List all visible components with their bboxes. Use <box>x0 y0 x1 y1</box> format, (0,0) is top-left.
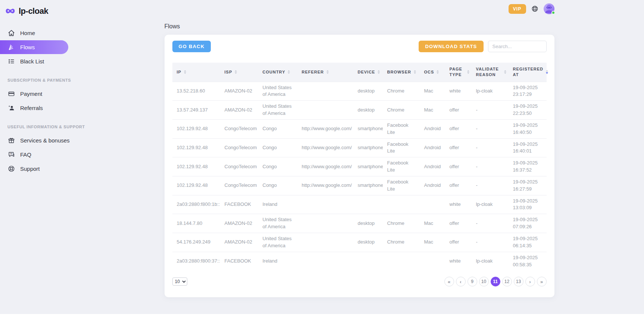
table-cell: United States of America <box>258 82 297 101</box>
pagination-page-11[interactable]: 11 <box>491 277 500 286</box>
pagination-page-13[interactable]: 13 <box>514 277 523 286</box>
sidebar-section-subscription-payments: SUBSCRIPTION & PAYMENTS <box>0 78 75 82</box>
table-cell: lp-cloak <box>472 252 509 270</box>
sidebar-item-flows[interactable]: Flows <box>0 40 68 54</box>
sidebar-item-label: Payment <box>20 91 42 97</box>
sidebar-item-payment[interactable]: Payment <box>0 87 75 101</box>
credit-card-icon <box>7 90 15 98</box>
table-cell: Android <box>420 119 445 138</box>
flows-table: IPISPCOUNTRYREFERERDEVICEBROWSEROCSPAGE … <box>172 63 547 270</box>
table-cell: smartphone <box>353 138 383 157</box>
sort-icon[interactable] <box>546 70 548 74</box>
table-cell <box>420 195 445 214</box>
pagination-prev-button[interactable]: ‹ <box>456 277 466 286</box>
column-header-referer[interactable]: REFERER <box>297 63 353 82</box>
table-cell: 19-09-2025 22:23:50 <box>509 101 547 120</box>
table-cell: smartphone <box>353 119 383 138</box>
vip-button[interactable]: VIP <box>509 4 526 14</box>
table-cell: 2a03:2880:f800:1b:: <box>172 195 220 214</box>
sort-icon[interactable] <box>437 70 439 74</box>
table-cell: 19-09-2025 16:40:50 <box>509 119 547 138</box>
table-cell: CongoTelecom <box>220 157 258 176</box>
table-cell: white <box>445 82 472 101</box>
go-back-button[interactable]: GO BACK <box>172 41 211 52</box>
column-label: REFERER <box>302 69 324 75</box>
table-cell: United States of America <box>258 101 297 120</box>
pagination-first-button[interactable]: « <box>444 277 454 286</box>
table-cell: 102.129.92.48 <box>172 157 220 176</box>
table-cell: white <box>445 195 472 214</box>
table-row: 13.52.218.60AMAZON-02United States of Am… <box>172 82 547 101</box>
sidebar-section-useful-info: USEFUL INFORMATION & SUPPORT <box>0 125 75 129</box>
brand-logo[interactable]: lp-cloak <box>0 4 75 18</box>
column-label: VALIDATE REASON <box>476 66 501 78</box>
table-cell: offer <box>445 119 472 138</box>
sidebar-item-label: Services & bonuses <box>20 137 70 144</box>
table-cell: offer <box>445 157 472 176</box>
globe-icon[interactable] <box>531 5 538 12</box>
sort-icon[interactable] <box>288 70 290 74</box>
column-label: REGISTERED AT <box>513 66 544 78</box>
column-header-ip[interactable]: IP <box>172 63 220 82</box>
pagination-page-9[interactable]: 9 <box>468 277 477 286</box>
table-cell: CongoTelecom <box>220 119 258 138</box>
mask-icon <box>5 7 15 15</box>
table-cell <box>297 101 353 120</box>
sort-icon[interactable] <box>414 70 416 74</box>
table-cell: Chrome <box>383 233 420 252</box>
table-cell: AMAZON-02 <box>220 233 258 252</box>
table-cell: Ireland <box>258 195 297 214</box>
page-title: Flows <box>165 23 554 30</box>
table-cell: Android <box>420 138 445 157</box>
pagination-last-button[interactable]: » <box>537 277 547 286</box>
table-cell: 2a03:2880:f800:37:: <box>172 252 220 270</box>
sort-icon[interactable] <box>326 70 329 74</box>
table-cell: Congo <box>258 176 297 195</box>
table-row: 54.176.249.249AMAZON-02United States of … <box>172 233 547 252</box>
pagination-page-12[interactable]: 12 <box>502 277 512 286</box>
sidebar-item-black-list[interactable]: Black List <box>0 54 75 68</box>
column-header-device[interactable]: DEVICE <box>353 63 383 82</box>
sort-icon[interactable] <box>504 70 506 74</box>
sidebar-item-home[interactable]: Home <box>0 26 75 40</box>
pagination-page-10[interactable]: 10 <box>479 277 489 286</box>
person-star-icon <box>7 104 15 112</box>
column-label: PAGE TYPE <box>450 66 465 78</box>
column-header-browser[interactable]: BROWSER <box>383 63 420 82</box>
column-label: DEVICE <box>358 69 375 75</box>
sort-icon[interactable] <box>184 70 186 74</box>
sort-icon[interactable] <box>378 70 380 74</box>
sort-icon[interactable] <box>467 70 469 74</box>
search-input[interactable] <box>488 41 547 52</box>
pagination-next-button[interactable]: › <box>525 277 535 286</box>
table-cell: Congo <box>258 119 297 138</box>
table-body: 13.52.218.60AMAZON-02United States of Am… <box>172 82 547 270</box>
per-page-select[interactable]: 10 <box>172 277 187 286</box>
column-header-ocs[interactable]: OCS <box>420 63 445 82</box>
pagination: «‹910111213›» <box>444 277 547 286</box>
table-cell: lp-cloak <box>472 82 509 101</box>
column-header-registered-at[interactable]: REGISTERED AT <box>509 63 547 82</box>
sidebar-item-support[interactable]: Support <box>0 162 75 176</box>
table-row: 102.129.92.48CongoTelecomCongohttp://www… <box>172 157 547 176</box>
table-cell: - <box>472 176 509 195</box>
column-label: ISP <box>225 69 232 75</box>
table-cell <box>297 82 353 101</box>
download-stats-button[interactable]: DOWNLOAD STATS <box>419 41 483 52</box>
column-header-page-type[interactable]: PAGE TYPE <box>445 63 472 82</box>
table-cell: 54.176.249.249 <box>172 233 220 252</box>
table-row: 102.129.92.48CongoTelecomCongohttp://www… <box>172 119 547 138</box>
sort-icon[interactable] <box>235 70 237 74</box>
sidebar-item-faq[interactable]: ?! FAQ <box>0 148 75 161</box>
sidebar-item-services-bonuses[interactable]: Services & bonuses <box>0 134 75 147</box>
column-header-isp[interactable]: ISP <box>220 63 258 82</box>
avatar[interactable] <box>544 3 554 14</box>
column-header-validate-reason[interactable]: VALIDATE REASON <box>472 63 509 82</box>
column-header-country[interactable]: COUNTRY <box>258 63 297 82</box>
table-cell: lp-cloak <box>472 195 509 214</box>
sidebar: lp-cloak Home Flows Black List SUBSCRIPT… <box>0 0 75 176</box>
sidebar-item-referrals[interactable]: Referrals <box>0 101 75 115</box>
gift-icon <box>7 137 15 144</box>
online-status-dot <box>551 11 555 15</box>
table-cell <box>297 214 353 233</box>
